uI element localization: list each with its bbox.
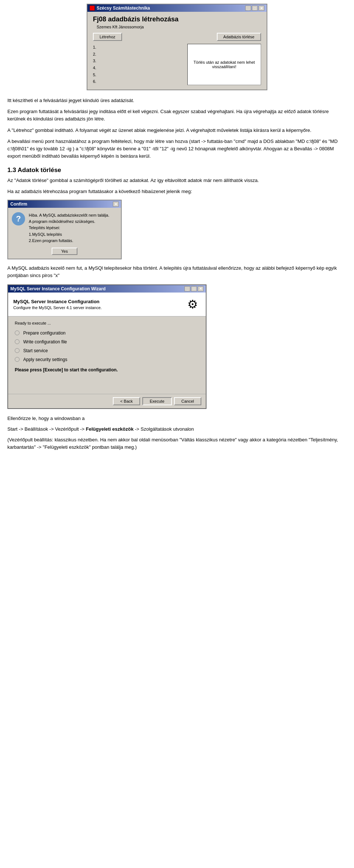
step-1-radio[interactable]: [15, 330, 20, 335]
body-para-3: A "Létrehoz" gombbal inditható. A folyam…: [7, 127, 347, 134]
wizard-header: MySQL Server Instance Configuration Conf…: [8, 293, 206, 316]
bottom-para-2: Start -> Beállítások -> Vezérlőpult -> F…: [7, 426, 347, 433]
bold-felugyeleti: Felügyeleti eszközök: [86, 426, 133, 432]
gear-icon: ⚙: [184, 296, 201, 312]
wizard-header-title: MySQL Server Instance Configuration: [13, 299, 102, 304]
wizard-step-2: Write configuration file: [15, 339, 199, 344]
wizard-spacer: [15, 376, 199, 391]
body-para-4: A bevallási menü pont használatához a pr…: [7, 138, 347, 160]
wizard-close-button[interactable]: ✕: [198, 286, 204, 291]
list-item-5: 5.: [93, 71, 96, 78]
step-3-radio[interactable]: [15, 348, 20, 353]
list-item-4: 4.: [93, 64, 96, 71]
wizard-note: Please press [Execute] to start the conf…: [15, 367, 199, 372]
confirm-message: Hiba. A MySQL adatbáziskezelőt nem talál…: [29, 212, 110, 244]
list-and-message: 1. 2. 3. 4. 5. 6. Törlés után az adatoka…: [93, 44, 261, 85]
wizard-step-1: Prepare configuration: [15, 330, 199, 336]
wizard-minimize-button[interactable]: _: [184, 286, 190, 291]
bottom-para-1: Ellenőrizze le, hogy a windowsban a: [7, 415, 347, 423]
wizard-ready-text: Ready to execute ...: [15, 321, 199, 325]
top-dialog-body: Fj08 adadbázis létrehozása Szemes Kft Já…: [87, 12, 267, 90]
dialog-button-row: Létrehoz Adatbázis törlése: [93, 33, 261, 41]
step-2-radio[interactable]: [15, 339, 20, 344]
create-button[interactable]: Létrehoz: [93, 33, 122, 41]
back-button[interactable]: < Back: [113, 397, 140, 405]
wizard-header-subtitle: Configure the MySQL Server 4.1 server in…: [13, 305, 102, 310]
dialog-subtitle: Szemes Kft Jánossomorja: [93, 25, 261, 29]
minimize-button[interactable]: _: [245, 6, 251, 11]
page-content: Szécsy Számítástechnika _ □ ✕ Fj08 adadb…: [0, 0, 354, 462]
body-para-2: Ezen program futtatását a felvásárlási j…: [7, 108, 347, 123]
yes-button[interactable]: Yes: [52, 248, 77, 255]
execute-button[interactable]: Execute: [142, 397, 172, 405]
wizard-dialog: MySQL Server Instance Configuration Wiza…: [7, 284, 206, 409]
body-para-1: Itt készítheti el a felvásárlási jegyet …: [7, 97, 347, 104]
confirm-close-button[interactable]: ✕: [113, 202, 119, 207]
wizard-titlebar: MySQL Server Instance Configuration Wiza…: [8, 285, 206, 293]
confirm-button-row: Yes: [8, 248, 121, 259]
section-1-3-para1: Az "Adatok törlése" gombbal a számítógép…: [7, 177, 347, 184]
confirm-titlebar: Confirm ✕: [8, 200, 121, 208]
mysql-para: A MySQL adatbázis kezelő nem fut, a MySQ…: [7, 265, 347, 279]
bottom-para-3: (Vezérlőpult beállítás: klasszikus nézet…: [7, 436, 347, 452]
wizard-header-text: MySQL Server Instance Configuration Conf…: [13, 299, 102, 310]
maximize-button[interactable]: □: [252, 6, 258, 11]
step-3-label: Start service: [23, 348, 48, 353]
wizard-footer: < Back Execute Cancel: [8, 394, 206, 408]
top-dialog: Szécsy Számítástechnika _ □ ✕ Fj08 adadb…: [87, 4, 267, 90]
section-1-3-para2: Ha az adatbázis létrehozása program futt…: [7, 188, 347, 195]
close-button[interactable]: ✕: [258, 6, 264, 11]
app-icon: [90, 6, 95, 11]
window-controls[interactable]: _ □ ✕: [245, 6, 264, 11]
wizard-step-3: Start service: [15, 348, 199, 353]
confirm-title: Confirm: [10, 202, 27, 207]
cancel-button[interactable]: Cancel: [174, 397, 201, 405]
delete-database-button[interactable]: Adatbázis törlése: [217, 33, 261, 41]
wizard-maximize-button[interactable]: □: [191, 286, 197, 291]
top-dialog-title: Szécsy Számítástechnika: [97, 6, 150, 11]
wizard-title: MySQL Server Instance Configuration Wiza…: [10, 286, 105, 291]
section-1-3-heading: 1.3 Adatok törlése: [7, 167, 347, 174]
step-4-label: Apply security settings: [23, 357, 67, 362]
wizard-window-controls[interactable]: _ □ ✕: [184, 286, 204, 291]
step-2-label: Write configuration file: [23, 339, 67, 344]
confirm-dialog: Confirm ✕ ? Hiba. A MySQL adatbáziskezel…: [7, 200, 122, 259]
list-item-2: 2.: [93, 51, 96, 58]
step-list: 1. 2. 3. 4. 5. 6.: [93, 44, 96, 85]
confirm-question-icon: ?: [12, 212, 25, 225]
step-1-label: Prepare configuration: [23, 330, 66, 336]
confirm-body: ? Hiba. A MySQL adatbáziskezelőt nem tal…: [8, 208, 121, 247]
wizard-body: Ready to execute ... Prepare configurati…: [8, 316, 206, 394]
wizard-step-4: Apply security settings: [15, 357, 199, 362]
list-item-3: 3.: [93, 57, 96, 64]
step-4-radio[interactable]: [15, 357, 20, 362]
list-item-1: 1.: [93, 44, 96, 51]
list-item-6: 6.: [93, 78, 96, 85]
dialog-heading: Fj08 adadbázis létrehozása: [93, 15, 261, 23]
top-dialog-titlebar: Szécsy Számítástechnika _ □ ✕: [87, 4, 267, 12]
warning-message: Törlés után az adatokat nem lehet vissza…: [187, 44, 261, 85]
